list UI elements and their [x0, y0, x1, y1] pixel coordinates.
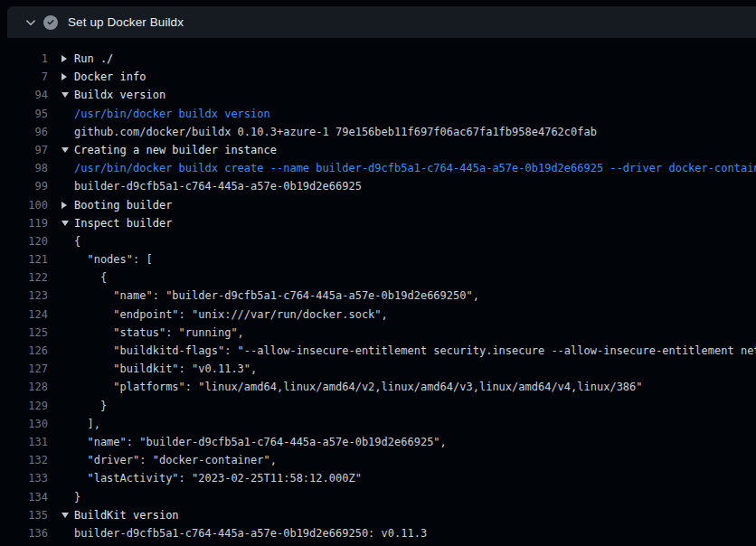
- gutter: [48, 488, 74, 506]
- gutter: [48, 86, 74, 104]
- log-text: "status": "running",: [74, 324, 244, 342]
- line-number[interactable]: 97: [0, 141, 48, 159]
- triangle-down-icon[interactable]: [61, 147, 69, 153]
- actions-log-viewer: Set up Docker Buildx 1Run ./7Docker info…: [0, 6, 756, 546]
- line-number[interactable]: 122: [0, 268, 48, 287]
- group-title: BuildKit version: [74, 506, 179, 524]
- log-group-line[interactable]: 7Docker info: [0, 68, 756, 86]
- log-text: github.com/docker/buildx 0.10.3+azure-1 …: [74, 123, 597, 141]
- log-line: 99builder-d9cfb5a1-c764-445a-a57e-0b19d2…: [0, 177, 756, 195]
- group-title: Inspect builder: [74, 214, 172, 232]
- gutter: [48, 397, 74, 415]
- log-line: 124 "endpoint": "unix:///var/run/docker.…: [0, 306, 756, 324]
- line-number[interactable]: 134: [0, 488, 48, 506]
- gutter: [48, 196, 74, 214]
- log-group-line[interactable]: 100Booting builder: [0, 196, 756, 214]
- group-title: Docker info: [74, 68, 146, 86]
- log-line: 122 {: [0, 268, 756, 287]
- log-line: 127 "buildkit": "v0.11.3",: [0, 360, 756, 378]
- triangle-right-icon[interactable]: [61, 55, 67, 62]
- command-text: /usr/bin/docker buildx create --name bui…: [74, 159, 756, 177]
- log-text: "endpoint": "unix:///var/run/docker.sock…: [74, 306, 388, 324]
- line-number[interactable]: 126: [0, 342, 48, 360]
- group-title: Creating a new builder instance: [74, 141, 277, 159]
- triangle-right-icon[interactable]: [61, 202, 67, 209]
- line-number[interactable]: 129: [0, 397, 48, 415]
- log-text: "buildkit": "v0.11.3",: [74, 360, 257, 378]
- log-group-line[interactable]: 1Run ./: [0, 50, 756, 68]
- group-title: Run ./: [74, 50, 113, 68]
- line-number[interactable]: 7: [0, 68, 48, 86]
- line-number[interactable]: 96: [0, 123, 48, 141]
- log-group-line[interactable]: 135BuildKit version: [0, 506, 756, 524]
- gutter: [48, 378, 74, 396]
- line-number[interactable]: 1: [0, 50, 48, 68]
- line-number[interactable]: 94: [0, 86, 48, 104]
- log-text: "lastActivity": "2023-02-25T11:58:12.000…: [74, 469, 362, 487]
- log-text: ],: [74, 415, 100, 433]
- log-line: 129 }: [0, 397, 756, 415]
- triangle-down-icon[interactable]: [61, 513, 69, 518]
- line-number[interactable]: 124: [0, 306, 48, 324]
- line-number[interactable]: 127: [0, 360, 48, 378]
- chevron-down-icon[interactable]: [24, 15, 38, 30]
- log-group-line[interactable]: 97Creating a new builder instance: [0, 141, 756, 159]
- line-number[interactable]: 136: [0, 524, 48, 542]
- line-number[interactable]: 132: [0, 451, 48, 469]
- log-line: 96github.com/docker/buildx 0.10.3+azure-…: [0, 123, 756, 141]
- gutter: [48, 342, 74, 360]
- step-title: Set up Docker Buildx: [68, 15, 184, 29]
- log-line: 123 "name": "builder-d9cfb5a1-c764-445a-…: [0, 287, 756, 305]
- log-text: builder-d9cfb5a1-c764-445a-a57e-0b19d2e6…: [74, 524, 427, 542]
- gutter: [48, 287, 74, 305]
- gutter: [48, 268, 74, 287]
- gutter: [48, 415, 74, 433]
- triangle-down-icon[interactable]: [61, 92, 69, 98]
- gutter: [48, 524, 74, 542]
- log-line: 95/usr/bin/docker buildx version: [0, 105, 756, 123]
- gutter: [48, 68, 74, 86]
- log-line: 120{: [0, 232, 756, 250]
- log-text: "nodes": [: [74, 250, 153, 268]
- log-line: 136builder-d9cfb5a1-c764-445a-a57e-0b19d…: [0, 524, 756, 542]
- line-number[interactable]: 119: [0, 214, 48, 232]
- line-number[interactable]: 135: [0, 506, 48, 524]
- line-number[interactable]: 123: [0, 287, 48, 305]
- line-number[interactable]: 95: [0, 105, 48, 123]
- line-number[interactable]: 100: [0, 196, 48, 214]
- gutter: [48, 105, 74, 123]
- line-number[interactable]: 133: [0, 469, 48, 487]
- gutter: [48, 50, 74, 68]
- line-number[interactable]: 130: [0, 415, 48, 433]
- log-line: 131 "name": "builder-d9cfb5a1-c764-445a-…: [0, 433, 756, 451]
- line-number[interactable]: 131: [0, 433, 48, 451]
- line-number[interactable]: 99: [0, 177, 48, 195]
- triangle-down-icon[interactable]: [61, 221, 69, 226]
- step-header[interactable]: Set up Docker Buildx: [7, 6, 756, 38]
- log-line: 133 "lastActivity": "2023-02-25T11:58:12…: [0, 469, 756, 487]
- gutter: [48, 360, 74, 378]
- log-line: 130 ],: [0, 415, 756, 433]
- triangle-right-icon[interactable]: [61, 73, 67, 80]
- gutter: [48, 506, 74, 524]
- log-group-line[interactable]: 119Inspect builder: [0, 214, 756, 232]
- line-number[interactable]: 98: [0, 159, 48, 177]
- gutter: [48, 123, 74, 141]
- log-text: }: [74, 397, 107, 415]
- gutter: [48, 141, 74, 159]
- line-number[interactable]: 125: [0, 324, 48, 342]
- log-text: "name": "builder-d9cfb5a1-c764-445a-a57e…: [74, 287, 479, 305]
- gutter: [48, 433, 74, 451]
- log-text: "platforms": "linux/amd64,linux/amd64/v2…: [74, 378, 643, 396]
- gutter: [48, 306, 74, 324]
- check-circle-icon: [43, 15, 58, 30]
- gutter: [48, 469, 74, 487]
- log-line: 132 "driver": "docker-container",: [0, 451, 756, 469]
- line-number[interactable]: 121: [0, 250, 48, 268]
- line-number[interactable]: 128: [0, 378, 48, 396]
- gutter: [48, 324, 74, 342]
- log-text: {: [74, 268, 107, 287]
- log-group-line[interactable]: 94Buildx version: [0, 86, 756, 104]
- log-text: "driver": "docker-container",: [74, 451, 277, 469]
- line-number[interactable]: 120: [0, 232, 48, 250]
